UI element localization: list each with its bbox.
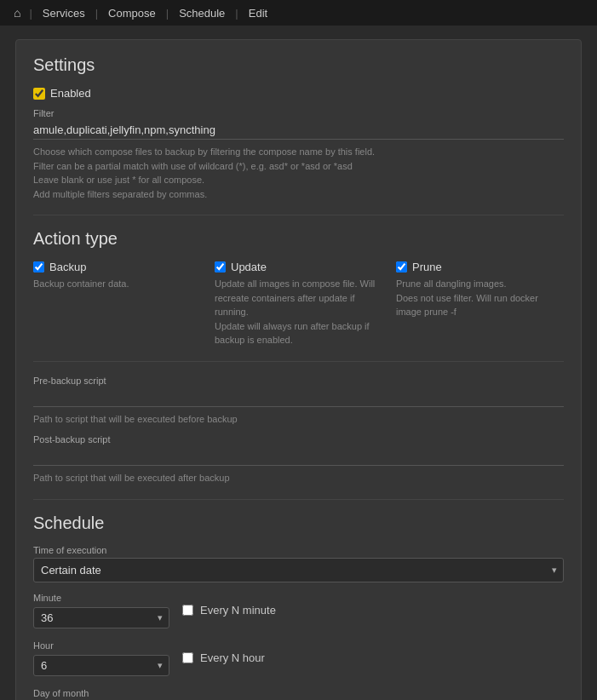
divider-3 [33,499,564,500]
enabled-label: Enabled [50,87,91,100]
post-backup-input[interactable] [33,447,564,466]
action-update: Update Update all images in compose file… [215,261,382,347]
nav-services[interactable]: Services [34,7,94,20]
every-n-minute-checkbox[interactable] [182,605,193,616]
every-n-minute-label: Every N minute [200,604,276,617]
separator-4: | [233,7,239,20]
schedule-title: Schedule [33,514,564,533]
day-month-label: Day of month [33,688,174,698]
hour-select-wrapper: 6 ▾ [33,655,169,676]
hour-row: Hour 6 ▾ Every N hour [33,640,564,676]
hour-label: Hour [33,640,174,651]
main-content: Settings Enabled Filter Choose which com… [0,26,597,700]
prune-label: Prune [412,261,442,273]
every-n-minute-group: Every N minute [182,604,276,617]
pre-backup-hint: Path to script that will be executed bef… [33,412,564,427]
filter-input[interactable] [33,121,564,140]
nav-edit[interactable]: Edit [240,7,276,20]
topnav: ⌂ | Services | Compose | Schedule | Edit [0,0,597,26]
backup-desc: Backup container data. [33,277,201,291]
time-label: Time of execution [33,545,564,555]
action-backup: Backup Backup container data. [33,261,201,347]
hour-group: Hour 6 ▾ [33,640,174,676]
filter-hints: Choose which compose files to backup by … [33,145,564,201]
every-n-hour-checkbox[interactable] [182,652,193,663]
prune-checkbox[interactable] [396,261,407,273]
settings-card: Settings Enabled Filter Choose which com… [15,39,582,700]
action-type-title: Action type [33,229,564,249]
day-month-group: Day of month * ▾ [33,688,174,701]
every-n-hour-label: Every N hour [200,651,265,664]
nav-compose[interactable]: Compose [100,7,164,20]
action-grid: Backup Backup container data. Update Upd… [33,261,564,347]
enabled-row: Enabled [33,87,564,100]
settings-title: Settings [33,55,564,75]
update-label: Update [231,261,267,273]
home-icon[interactable]: ⌂ [7,6,27,20]
minute-select-wrapper: 36 ▾ [33,607,169,628]
update-desc: Update all images in compose file. Will … [215,277,382,347]
nav-schedule[interactable]: Schedule [170,7,233,20]
minute-label: Minute [33,593,174,603]
backup-checkbox[interactable] [33,261,44,273]
every-n-hour-group: Every N hour [182,651,265,664]
divider-2 [33,361,564,362]
post-backup-label: Post-backup script [33,434,564,445]
hour-select[interactable]: 6 [33,655,169,676]
action-prune: Prune Prune all dangling images.Does not… [396,261,564,347]
time-select-wrapper: Certain date Every N minutes Every N hou… [33,558,564,582]
prune-desc: Prune all dangling images.Does not use f… [396,277,564,319]
enabled-checkbox[interactable] [33,88,45,100]
minute-group: Minute 36 ▾ [33,593,174,628]
day-month-row: Day of month * ▾ Every N day of month [33,688,564,701]
divider-1 [33,215,564,215]
pre-backup-label: Pre-backup script [33,376,564,386]
separator-3: | [164,7,170,20]
post-backup-hint: Path to script that will be executed aft… [33,471,564,485]
pre-backup-input[interactable] [33,388,564,407]
separator-2: | [94,7,100,20]
backup-label: Backup [49,261,86,273]
separator-1: | [27,7,33,20]
minute-select[interactable]: 36 [33,607,169,628]
minute-row: Minute 36 ▾ Every N minute [33,593,564,628]
filter-label: Filter [33,108,564,118]
time-select[interactable]: Certain date Every N minutes Every N hou… [33,558,564,582]
update-checkbox[interactable] [215,261,226,273]
